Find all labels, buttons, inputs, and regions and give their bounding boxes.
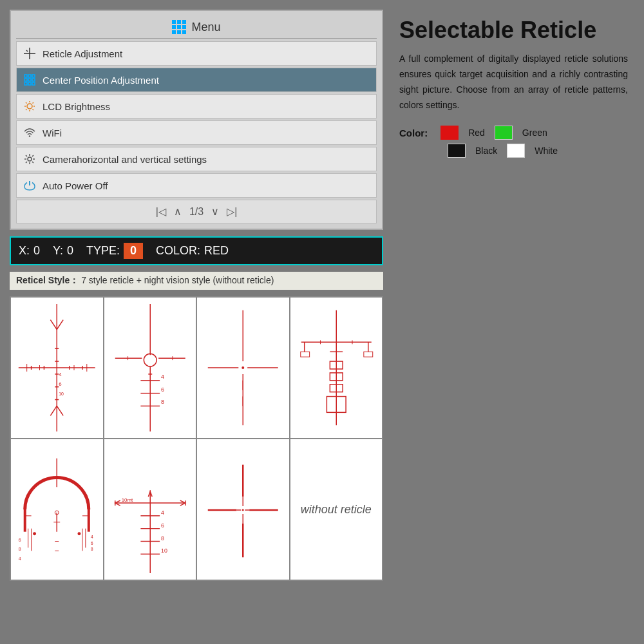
svg-text:8: 8: [91, 547, 93, 551]
crosshair-icon: [23, 47, 36, 60]
status-bar: X: 0 Y: 0 TYPE: 0 COLOR: RED: [10, 236, 383, 265]
next-page-icon[interactable]: ∨: [211, 205, 219, 218]
svg-point-12: [27, 104, 32, 109]
color-section-label: Color:: [399, 128, 428, 138]
right-description: A full complement of digitally displayed…: [399, 52, 628, 113]
white-swatch[interactable]: [507, 144, 525, 158]
y-label: Y:: [53, 244, 63, 258]
y-position: Y: 0: [53, 244, 73, 258]
svg-text:6: 6: [19, 538, 21, 542]
power-icon: [23, 179, 36, 192]
red-swatch[interactable]: [440, 126, 459, 140]
svg-point-90: [77, 532, 80, 535]
svg-text:4: 4: [161, 509, 164, 516]
right-title: Selectable Reticle: [399, 16, 628, 44]
y-value: 0: [67, 244, 73, 258]
svg-point-22: [28, 157, 32, 161]
reticle-cell-2[interactable]: 4 6 8: [104, 297, 197, 439]
menu-item-lcd-brightness[interactable]: LCD Brightness: [16, 94, 377, 118]
color-section: Color: Red Green Black White: [399, 126, 628, 158]
brightness-icon: [23, 100, 36, 113]
reticle-grid: 4 6 10: [10, 296, 383, 581]
svg-point-21: [29, 135, 30, 137]
svg-rect-11: [32, 82, 35, 85]
last-page-icon[interactable]: ▷|: [227, 205, 237, 218]
menu-item-label: Reticle Adjustment: [43, 48, 122, 59]
svg-line-2: [26, 50, 28, 52]
menu-item-auto-power[interactable]: Auto Power Off: [16, 173, 377, 198]
menu-title: Menu: [191, 21, 220, 34]
color-value: RED: [204, 244, 229, 258]
menu-item-label: LCD Brightness: [43, 101, 110, 112]
menu-item-reticle-adjustment[interactable]: Reticle Adjustment: [16, 41, 377, 66]
svg-point-122: [242, 509, 244, 511]
svg-rect-76: [363, 352, 372, 357]
menu-box: Menu Reticle Adjustment: [10, 10, 383, 230]
svg-rect-9: [24, 82, 27, 85]
menu-item-label: Center Position Adjustment: [43, 75, 159, 86]
reticle-cell-1[interactable]: 4 6 10: [10, 297, 104, 439]
svg-text:6: 6: [59, 381, 62, 387]
black-swatch[interactable]: [448, 144, 466, 158]
svg-line-17: [26, 102, 27, 104]
reticle-cell-3[interactable]: [196, 297, 290, 439]
menu-item-center-position[interactable]: Center Position Adjustment: [16, 68, 377, 92]
svg-line-36: [50, 406, 57, 415]
svg-text:6: 6: [91, 541, 93, 545]
reticle-style-label: Reticel Style：: [16, 275, 79, 285]
svg-text:4: 4: [59, 372, 62, 377]
menu-grid-icon: [172, 20, 186, 34]
svg-text:4: 4: [161, 374, 164, 380]
svg-rect-74: [300, 352, 309, 357]
black-label: Black: [475, 146, 497, 156]
red-label: Red: [468, 128, 485, 138]
svg-rect-8: [32, 79, 35, 81]
svg-text:10mt: 10mt: [121, 497, 133, 503]
svg-text:4: 4: [91, 535, 93, 539]
x-label: X:: [19, 244, 30, 258]
reticle-cell-5[interactable]: 6 8 4 4 6 8: [10, 439, 104, 580]
svg-line-18: [33, 109, 34, 111]
svg-text:4: 4: [19, 556, 21, 561]
prev-page-icon[interactable]: ∧: [174, 205, 182, 218]
right-panel: Selectable Reticle A full complement of …: [393, 10, 634, 634]
svg-text:8: 8: [19, 547, 21, 551]
svg-text:10: 10: [161, 547, 167, 554]
color-label: COLOR:: [156, 244, 200, 258]
x-value: 0: [33, 244, 40, 258]
reticle-style-bar: Reticel Style： 7 style reticle + night v…: [10, 272, 383, 290]
reticle-cell-4[interactable]: [290, 297, 383, 439]
menu-item-label: Camerahorizontal and vertical settings: [43, 154, 207, 165]
x-position: X: 0: [19, 244, 40, 258]
svg-line-34: [50, 320, 57, 330]
svg-line-20: [26, 109, 27, 111]
svg-rect-5: [32, 75, 35, 77]
reticle-cell-7[interactable]: [196, 439, 290, 580]
svg-line-19: [33, 102, 34, 104]
page-number: 1/3: [189, 206, 204, 218]
wifi-icon: [23, 126, 36, 139]
color-row-1: Color: Red Green: [399, 126, 628, 140]
svg-point-46: [144, 354, 156, 366]
menu-item-camera-settings[interactable]: Camerahorizontal and vertical settings: [16, 147, 377, 171]
type-value[interactable]: 0: [124, 243, 143, 259]
menu-title-row: Menu: [16, 16, 377, 39]
reticle-cell-without[interactable]: without reticle: [290, 439, 383, 580]
left-panel: Menu Reticle Adjustment: [10, 10, 383, 634]
svg-rect-3: [24, 75, 27, 77]
first-page-icon[interactable]: |◁: [156, 205, 166, 218]
menu-item-label: Auto Power Off: [43, 180, 108, 191]
svg-rect-6: [24, 79, 27, 81]
menu-pagination: |◁ ∧ 1/3 ∨ ▷|: [16, 200, 377, 223]
menu-item-label: WiFi: [43, 128, 62, 138]
svg-rect-4: [28, 75, 31, 77]
green-swatch[interactable]: [495, 126, 513, 140]
reticle-style-value: 7 style reticle + night vision style (wi…: [81, 275, 274, 285]
svg-text:10: 10: [59, 392, 64, 396]
reticle-cell-6[interactable]: 10mt 4 6 8 10: [104, 439, 197, 580]
white-label: White: [535, 146, 558, 156]
svg-rect-10: [28, 82, 31, 85]
svg-text:6: 6: [161, 522, 164, 529]
menu-item-wifi[interactable]: WiFi: [16, 120, 377, 145]
svg-text:8: 8: [161, 399, 164, 405]
